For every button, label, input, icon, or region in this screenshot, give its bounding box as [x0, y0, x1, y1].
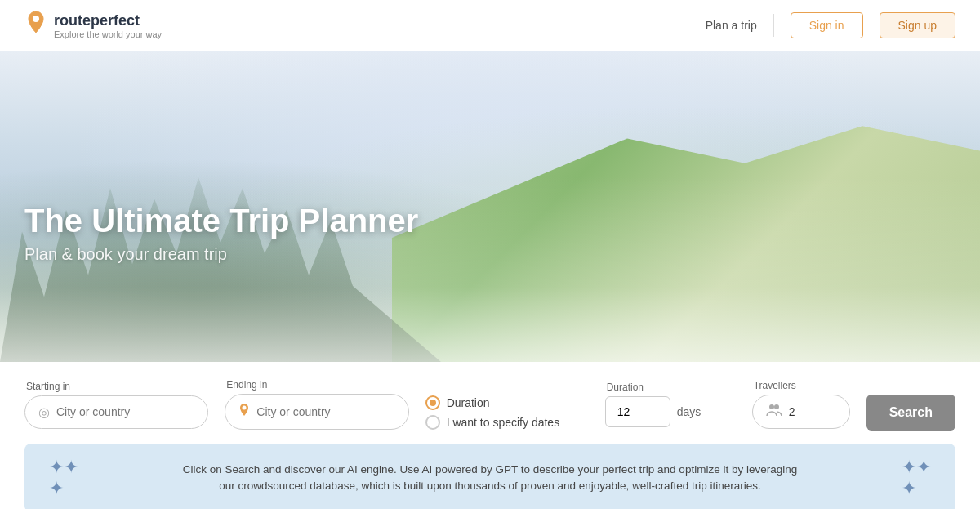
duration-radio-circle	[425, 395, 440, 410]
ending-in-field: Ending in	[225, 379, 408, 430]
duration-field-label: Duration	[605, 382, 736, 393]
search-button[interactable]: Search	[866, 395, 956, 431]
logo-tagline: Explore the world your way	[54, 29, 162, 39]
svg-point-1	[243, 406, 247, 410]
duration-radio-section: Duration I want to specify dates	[425, 379, 589, 430]
duration-radio-label: Duration	[447, 396, 490, 409]
starting-in-field: Starting in ◎	[24, 381, 208, 429]
star-icon-left: ✦✦✦	[49, 457, 78, 499]
svg-point-0	[33, 16, 39, 22]
header: routeperfect Explore the world your way …	[0, 0, 980, 51]
header-right: Plan a trip Sign in Sign up	[706, 12, 956, 38]
signin-button[interactable]: Sign in	[791, 12, 863, 38]
header-divider	[773, 14, 774, 37]
logo-icon	[24, 10, 47, 41]
starting-in-input-wrap: ◎	[24, 395, 208, 429]
ending-in-input[interactable]	[256, 405, 394, 418]
dates-radio-circle	[425, 415, 440, 430]
days-label: days	[677, 405, 702, 418]
hero-section: The Ultimate Trip Planner Plan & book yo…	[0, 51, 980, 362]
travellers-section: Travellers	[752, 380, 850, 429]
travellers-input[interactable]	[789, 405, 822, 418]
starting-in-label: Starting in	[24, 381, 208, 392]
svg-point-3	[774, 404, 779, 409]
duration-radio-option[interactable]: Duration	[425, 395, 589, 410]
info-banner: ✦✦✦ Click on Search and discover our AI …	[24, 444, 956, 509]
hero-text: The Ultimate Trip Planner Plan & book yo…	[24, 201, 418, 264]
travellers-label: Travellers	[752, 380, 850, 391]
search-bar: Starting in ◎ Ending in	[24, 378, 956, 431]
hero-subtitle: Plan & book your dream trip	[24, 245, 418, 264]
people-icon	[766, 404, 782, 420]
starting-in-input[interactable]	[56, 405, 194, 418]
logo-name: routeperfect	[54, 12, 162, 29]
dates-radio-label: I want to specify dates	[447, 416, 560, 429]
dates-radio-option[interactable]: I want to specify dates	[425, 415, 589, 430]
logo: routeperfect Explore the world your way	[24, 10, 162, 41]
logo-text: routeperfect Explore the world your way	[54, 12, 162, 39]
info-text: Click on Search and discover our AI engi…	[91, 462, 889, 495]
ending-location-icon	[238, 403, 250, 421]
ending-in-input-wrap	[225, 394, 408, 430]
signup-button[interactable]: Sign up	[880, 12, 956, 38]
hero-title: The Ultimate Trip Planner	[24, 201, 418, 240]
travellers-input-wrap	[752, 395, 850, 429]
duration-input-wrap: days	[605, 396, 736, 427]
plan-trip-link[interactable]: Plan a trip	[706, 19, 757, 32]
star-icon-right: ✦✦✦	[902, 457, 931, 499]
svg-point-2	[769, 404, 774, 409]
duration-input[interactable]	[605, 396, 670, 427]
ending-in-label: Ending in	[225, 379, 408, 391]
duration-input-section: Duration days	[605, 382, 736, 427]
search-bar-wrapper: Starting in ◎ Ending in	[0, 362, 980, 431]
search-btn-wrap: Search	[866, 378, 956, 431]
starting-location-icon: ◎	[38, 404, 50, 420]
duration-radio-dot	[430, 400, 436, 406]
